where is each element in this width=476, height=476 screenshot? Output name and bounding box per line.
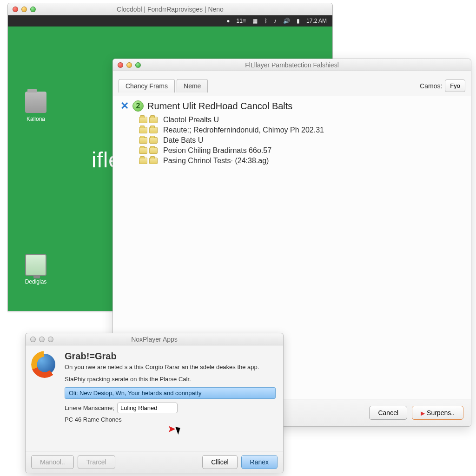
count-badge: 2	[132, 100, 144, 112]
folder-icon	[149, 147, 158, 154]
list-item[interactable]: Pesion Chiling Bradirnats 66o.57	[139, 145, 463, 156]
indicator-note-icon[interactable]: ♪	[274, 18, 277, 24]
desktop-icon-label: Kallona	[19, 116, 53, 122]
file-dialog-toolbar: Chancy Frams Neme Camos: Fyo	[113, 71, 471, 96]
folder-icon	[139, 147, 147, 154]
desktop-titlebar[interactable]: Clocdobl | FondrrRaprovisges | Neno	[8, 3, 332, 15]
indicator-clock: 17.2 AM	[306, 18, 327, 24]
folder-icon	[139, 158, 147, 164]
cllicel-button[interactable]: Cllicel	[202, 455, 237, 469]
nox-titlebar[interactable]: NoxPlayer Apps	[26, 333, 283, 345]
fyo-button[interactable]: Fyo	[445, 79, 465, 92]
desktop-icon-label: Dedigias	[19, 278, 53, 285]
manool-button[interactable]: Manool..	[31, 455, 74, 469]
annotation-arrow-icon: ➤	[167, 423, 176, 435]
file-dialog-title: FlLllayer Pambatection Falshiesl	[113, 61, 471, 69]
list-item[interactable]: Pasing Chrinol Tests· (24:38.ag)	[139, 156, 463, 166]
list-item[interactable]: Date Bats U	[139, 135, 463, 145]
nox-footer: Manool.. Trarcel Cllicel Ranex	[26, 451, 283, 473]
indicator-volume-icon[interactable]: 🔊	[283, 18, 290, 24]
firefox-icon	[31, 351, 58, 378]
desktop-icon-dedigias[interactable]: Dedigias	[19, 254, 53, 285]
indicator-label: 11≡	[237, 18, 246, 24]
window-title: Clocdobl | FondrrRaprovisges | Neno	[8, 6, 332, 13]
nox-paragraph: On you rwe are neted s a this Corgio Rar…	[65, 364, 276, 371]
nox-heading: Grab!=Grab	[65, 351, 276, 362]
indicator-battery-icon[interactable]: ▮	[297, 18, 300, 24]
monitor-icon	[25, 254, 46, 276]
ranex-button[interactable]: Ranex	[241, 455, 278, 469]
desktop-icon-kallona[interactable]: Kallona	[19, 92, 53, 122]
indicator-dot: ●	[226, 18, 230, 24]
top-menubar: ● 11≡ ▦ ᛒ ♪ 🔊 ▮ 17.2 AM	[8, 15, 332, 26]
field-label: Linere Manscame;	[65, 404, 114, 411]
folder-icon	[139, 127, 147, 133]
nox-footnote: PC 46 Rame Chones	[65, 416, 276, 423]
nox-body: Grab!=Grab On you rwe are neted s a this…	[26, 345, 283, 427]
file-list: Claotol Prealts U Reaute:; Redrohfernind…	[113, 114, 471, 166]
camos-label: Camos:	[420, 82, 442, 90]
cancel-button[interactable]: Cancel	[369, 406, 407, 420]
heading-text: Rument Ulit RedHoad Cancol Balts	[147, 101, 292, 112]
arrow-right-icon: ▶	[421, 410, 425, 416]
x-icon[interactable]: ✕	[120, 100, 129, 112]
folder-icon	[139, 137, 147, 144]
folder-icon	[149, 127, 158, 133]
folder-icon	[149, 117, 158, 123]
name-input[interactable]	[117, 403, 178, 413]
nox-title: NoxPlayer Apps	[26, 336, 283, 343]
indicator-grid-icon[interactable]: ▦	[252, 18, 258, 24]
trarcel-button[interactable]: Trarcel	[78, 455, 115, 469]
tab-chancy-frams[interactable]: Chancy Frams	[119, 79, 175, 93]
field-row: Linere Manscame;	[65, 403, 276, 413]
confirm-button[interactable]: ▶Surpens..	[412, 406, 463, 420]
content-heading: ✕ 2 Rument Ulit RedHoad Cancol Balts	[113, 96, 471, 114]
nox-paragraph: StaPhiy rpacking serate on this the Plar…	[65, 376, 276, 383]
folder-icon	[25, 92, 46, 113]
indicator-bluetooth-icon[interactable]: ᛒ	[264, 18, 267, 24]
file-dialog-titlebar[interactable]: FlLllayer Pambatection Falshiesl	[113, 59, 471, 71]
tab-neme[interactable]: Neme	[177, 79, 208, 93]
selected-option[interactable]: Oli: New Desiop, Wn, Your hetards and co…	[65, 387, 276, 399]
list-item[interactable]: Reaute:; Redrohfernindonuid, Chimoy Ph 2…	[139, 125, 463, 135]
folder-icon	[149, 137, 158, 144]
folder-icon	[139, 117, 147, 123]
folder-icon	[149, 158, 158, 164]
nox-dialog: NoxPlayer Apps Grab!=Grab On you rwe are…	[25, 333, 284, 473]
list-item[interactable]: Claotol Prealts U	[139, 115, 463, 125]
